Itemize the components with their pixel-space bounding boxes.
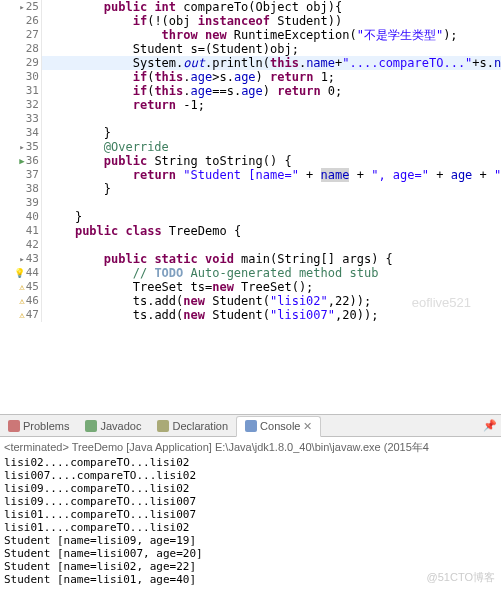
gutter[interactable]: 39 (0, 196, 42, 210)
gutter[interactable]: 33 (0, 112, 42, 126)
gutter[interactable]: 28 (0, 42, 42, 56)
code-content[interactable]: return "Student [name=" + name + ", age=… (42, 168, 501, 182)
warn-icon: ⚠ (19, 280, 24, 294)
line-number: 39 (26, 196, 39, 210)
code-line[interactable]: 💡44 // TODO Auto-generated method stub (0, 266, 501, 280)
gutter[interactable]: 40 (0, 210, 42, 224)
gutter[interactable]: 29 (0, 56, 42, 70)
code-line[interactable]: 29 System.out.println(this.name+"....com… (0, 56, 501, 70)
gutter[interactable]: 32 (0, 98, 42, 112)
code-content[interactable]: @Override (42, 140, 169, 154)
code-content[interactable] (42, 238, 46, 252)
gutter[interactable]: ▸25 (0, 0, 42, 14)
code-line[interactable]: 34 } (0, 126, 501, 140)
code-content[interactable]: public int compareTo(Object obj){ (42, 0, 342, 14)
code-line[interactable]: 38 } (0, 182, 501, 196)
code-content[interactable]: if(!(obj instanceof Student)) (42, 14, 342, 28)
tab-problems[interactable]: Problems (0, 417, 77, 435)
line-number: 35 (26, 140, 39, 154)
code-line[interactable]: 42 (0, 238, 501, 252)
close-icon[interactable]: ✕ (303, 420, 312, 433)
gutter[interactable]: 27 (0, 28, 42, 42)
code-line[interactable]: 31 if(this.age==s.age) return 0; (0, 84, 501, 98)
bulb-icon: 💡 (14, 266, 25, 280)
code-content[interactable]: System.out.println(this.name+"....compar… (42, 56, 501, 70)
code-line[interactable]: ▸43 public static void main(String[] arg… (0, 252, 501, 266)
code-line[interactable]: ▶36 public String toString() { (0, 154, 501, 168)
console-line: Student [name=lisi007, age=20] (4, 547, 497, 560)
tab-label: Javadoc (100, 420, 141, 432)
gutter[interactable]: ▸43 (0, 252, 42, 266)
code-line[interactable]: 40 } (0, 210, 501, 224)
code-content[interactable]: if(this.age==s.age) return 0; (42, 84, 342, 98)
code-line[interactable]: 33 (0, 112, 501, 126)
code-line[interactable]: ▸25 public int compareTo(Object obj){ (0, 0, 501, 14)
gutter[interactable]: ▶36 (0, 154, 42, 168)
code-content[interactable]: if(this.age>s.age) return 1; (42, 70, 335, 84)
code-content[interactable]: } (42, 126, 111, 140)
code-content[interactable]: throw new RuntimeException("不是学生类型"); (42, 28, 458, 42)
gutter[interactable]: 30 (0, 70, 42, 84)
code-line[interactable]: 28 Student s=(Student)obj; (0, 42, 501, 56)
code-content[interactable]: } (42, 182, 111, 196)
code-content[interactable]: public class TreeDemo { (42, 224, 241, 238)
gutter[interactable]: 42 (0, 238, 42, 252)
gutter[interactable]: 31 (0, 84, 42, 98)
gutter[interactable]: 38 (0, 182, 42, 196)
code-line[interactable]: 41 public class TreeDemo { (0, 224, 501, 238)
gutter[interactable]: 34 (0, 126, 42, 140)
console-line: lisi01....compareTO...lisi02 (4, 521, 497, 534)
code-content[interactable]: public static void main(String[] args) { (42, 252, 393, 266)
console-line: lisi09....compareTO...lisi007 (4, 495, 497, 508)
gutter[interactable]: ▸35 (0, 140, 42, 154)
code-line[interactable]: 26 if(!(obj instanceof Student)) (0, 14, 501, 28)
code-line[interactable]: 39 (0, 196, 501, 210)
line-number: 41 (26, 224, 39, 238)
gutter[interactable]: 37 (0, 168, 42, 182)
code-line[interactable]: 32 return -1; (0, 98, 501, 112)
pin-icon[interactable]: 📌 (483, 419, 497, 432)
code-line[interactable]: ▸35 @Override (0, 140, 501, 154)
watermark-text: eoflive521 (412, 295, 471, 310)
line-number: 45 (26, 280, 39, 294)
gutter[interactable]: 41 (0, 224, 42, 238)
line-number: 30 (26, 70, 39, 84)
code-content[interactable]: public String toString() { (42, 154, 292, 168)
warn-icon: ⚠ (19, 308, 24, 322)
code-line[interactable]: 30 if(this.age>s.age) return 1; (0, 70, 501, 84)
gutter[interactable]: ⚠46 (0, 294, 42, 308)
code-content[interactable]: // TODO Auto-generated method stub (42, 266, 378, 280)
code-content[interactable]: Student s=(Student)obj; (42, 42, 299, 56)
gutter[interactable]: 26 (0, 14, 42, 28)
tab-icon (8, 420, 20, 432)
code-content[interactable]: return -1; (42, 98, 205, 112)
tab-console[interactable]: Console ✕ (236, 416, 321, 437)
console-view[interactable]: <terminated> TreeDemo [Java Application]… (0, 437, 501, 588)
tab-javadoc[interactable]: Javadoc (77, 417, 149, 435)
code-content[interactable]: ts.add(new Student("lisi007",20)); (42, 308, 378, 322)
code-content[interactable]: TreeSet ts=new TreeSet(); (42, 280, 313, 294)
line-number: 47 (26, 308, 39, 322)
tab-icon (85, 420, 97, 432)
line-number: 27 (26, 28, 39, 42)
code-editor[interactable]: ▸25 public int compareTo(Object obj){26 … (0, 0, 501, 415)
code-content[interactable]: } (42, 210, 82, 224)
gutter[interactable]: 💡44 (0, 266, 42, 280)
gutter[interactable]: ⚠47 (0, 308, 42, 322)
code-content[interactable] (42, 196, 46, 210)
line-number: 29 (26, 56, 39, 70)
gutter[interactable]: ⚠45 (0, 280, 42, 294)
code-content[interactable] (42, 112, 46, 126)
watermark-text: @51CTO博客 (427, 570, 495, 585)
line-number: 34 (26, 126, 39, 140)
code-line[interactable]: 37 return "Student [name=" + name + ", a… (0, 168, 501, 182)
line-number: 31 (26, 84, 39, 98)
line-number: 40 (26, 210, 39, 224)
code-line[interactable]: ⚠45 TreeSet ts=new TreeSet(); (0, 280, 501, 294)
code-content[interactable]: ts.add(new Student("lisi02",22)); (42, 294, 371, 308)
tab-declaration[interactable]: Declaration (149, 417, 236, 435)
line-number: 43 (26, 252, 39, 266)
code-line[interactable]: 27 throw new RuntimeException("不是学生类型"); (0, 28, 501, 42)
console-line: lisi01....compareTO...lisi007 (4, 508, 497, 521)
code-line[interactable]: ⚠47 ts.add(new Student("lisi007",20)); (0, 308, 501, 322)
